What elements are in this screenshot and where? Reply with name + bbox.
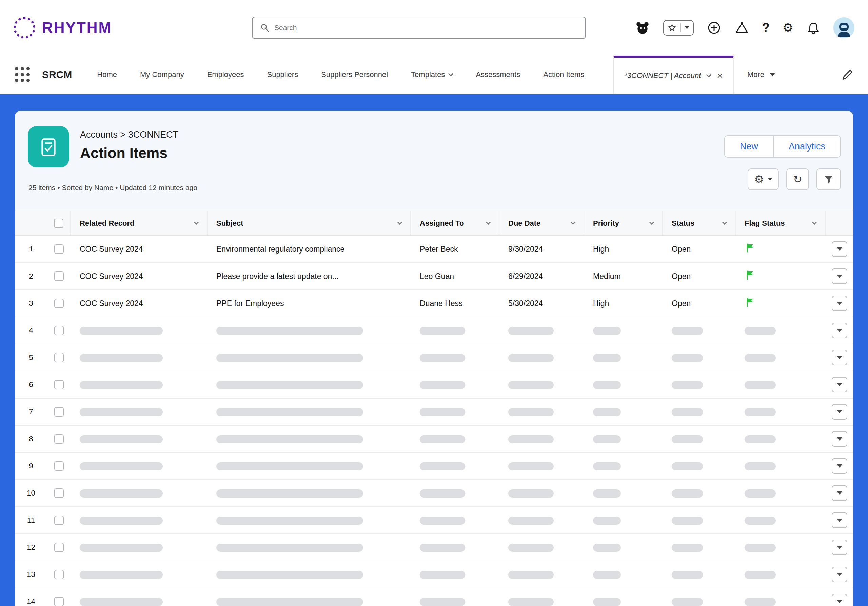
column-header-due-date[interactable]: Due Date: [499, 212, 584, 235]
cell-related-record[interactable]: [71, 543, 208, 552]
cell-subject[interactable]: PPE for Employees: [208, 299, 411, 308]
assistant-mascot-icon[interactable]: [635, 20, 650, 36]
cell-related-record[interactable]: [71, 326, 208, 335]
row-checkbox[interactable]: [54, 570, 64, 579]
tab-my-company[interactable]: My Company: [129, 56, 195, 94]
row-checkbox[interactable]: [54, 353, 64, 362]
cell-subject[interactable]: [208, 380, 411, 390]
cell-assigned-to[interactable]: [411, 462, 499, 471]
notifications-bell-icon[interactable]: [806, 21, 820, 35]
cell-assigned-to[interactable]: [411, 353, 499, 362]
list-settings-button[interactable]: ⚙: [748, 169, 779, 190]
cell-subject[interactable]: [208, 516, 411, 525]
row-action-button[interactable]: [832, 485, 847, 501]
tab-templates[interactable]: Templates: [400, 56, 464, 94]
cell-related-record[interactable]: [71, 353, 208, 362]
row-checkbox[interactable]: [54, 380, 64, 390]
cell-subject[interactable]: [208, 353, 411, 362]
cell-subject[interactable]: [208, 462, 411, 471]
cell-related-record[interactable]: [71, 516, 208, 525]
row-action-button[interactable]: [832, 295, 847, 311]
row-checkbox[interactable]: [54, 407, 64, 417]
cell-assigned-to[interactable]: [411, 597, 499, 606]
close-icon[interactable]: ×: [717, 71, 723, 81]
cell-subject[interactable]: [208, 597, 411, 606]
tab-employees[interactable]: Employees: [195, 56, 256, 94]
cell-related-record[interactable]: COC Survey 2024: [71, 299, 208, 308]
row-checkbox[interactable]: [54, 434, 64, 444]
tab-suppliers[interactable]: Suppliers: [255, 56, 310, 94]
row-checkbox[interactable]: [54, 461, 64, 471]
row-action-button[interactable]: [832, 404, 847, 420]
row-action-button[interactable]: [832, 268, 847, 284]
row-checkbox[interactable]: [54, 543, 64, 552]
tab-home[interactable]: Home: [85, 56, 129, 94]
row-action-button[interactable]: [832, 350, 847, 365]
cell-subject[interactable]: [208, 407, 411, 417]
cell-related-record[interactable]: [71, 462, 208, 471]
select-all-checkbox[interactable]: [54, 219, 64, 228]
cell-subject[interactable]: [208, 543, 411, 552]
cell-related-record[interactable]: [71, 570, 208, 579]
cell-subject[interactable]: [208, 489, 411, 498]
column-header-subject[interactable]: Subject: [208, 212, 411, 235]
analytics-button[interactable]: Analytics: [773, 136, 840, 157]
refresh-button[interactable]: ↻: [786, 169, 809, 190]
column-header-priority[interactable]: Priority: [584, 212, 663, 235]
cell-related-record[interactable]: [71, 489, 208, 498]
cell-related-record[interactable]: [71, 407, 208, 417]
row-checkbox[interactable]: [54, 326, 64, 335]
cell-assigned-to[interactable]: [411, 516, 499, 525]
add-icon[interactable]: [707, 20, 722, 35]
global-search[interactable]: [252, 17, 586, 39]
column-header-status[interactable]: Status: [663, 212, 736, 235]
row-checkbox[interactable]: [54, 244, 64, 254]
row-action-button[interactable]: [832, 540, 847, 555]
guidance-center-icon[interactable]: [735, 20, 749, 35]
cell-assigned-to[interactable]: [411, 407, 499, 417]
cell-subject[interactable]: [208, 570, 411, 579]
help-icon[interactable]: ?: [762, 22, 770, 34]
breadcrumb[interactable]: Accounts > 3CONNECT: [80, 130, 178, 140]
cell-assigned-to[interactable]: [411, 380, 499, 390]
row-action-button[interactable]: [832, 458, 847, 474]
cell-assigned-to[interactable]: [411, 570, 499, 579]
cell-subject[interactable]: Please provide a latest update on...: [208, 272, 411, 281]
cell-assigned-to[interactable]: Leo Guan: [411, 272, 499, 281]
cell-assigned-to[interactable]: [411, 489, 499, 498]
column-header-assigned-to[interactable]: Assigned To: [411, 212, 499, 235]
cell-assigned-to[interactable]: [411, 326, 499, 335]
row-action-button[interactable]: [832, 594, 847, 606]
tab-3connect-account[interactable]: *3CONNECT | Account ×: [613, 56, 734, 94]
cell-assigned-to[interactable]: [411, 434, 499, 444]
row-action-button[interactable]: [832, 431, 847, 447]
cell-subject[interactable]: Environmental regulatory compliance: [208, 245, 411, 254]
row-action-button[interactable]: [832, 567, 847, 582]
edit-nav-button[interactable]: [841, 56, 854, 94]
filter-button[interactable]: [817, 169, 841, 190]
cell-assigned-to[interactable]: Peter Beck: [411, 245, 499, 254]
tab-suppliers-personnel[interactable]: Suppliers Personnel: [310, 56, 400, 94]
cell-assigned-to[interactable]: Duane Hess: [411, 299, 499, 308]
tab-assessments[interactable]: Assessments: [464, 56, 532, 94]
cell-related-record[interactable]: [71, 380, 208, 390]
app-launcher[interactable]: [15, 56, 30, 94]
setup-gear-icon[interactable]: ⚙: [783, 22, 794, 34]
row-checkbox[interactable]: [54, 489, 64, 498]
new-button[interactable]: New: [725, 136, 773, 157]
cell-assigned-to[interactable]: [411, 543, 499, 552]
row-checkbox[interactable]: [54, 515, 64, 525]
tab-action-items[interactable]: Action Items: [532, 56, 596, 94]
cell-related-record[interactable]: COC Survey 2024: [71, 245, 208, 254]
favorites-button[interactable]: [663, 20, 694, 36]
cell-related-record[interactable]: COC Survey 2024: [71, 272, 208, 281]
search-input[interactable]: [274, 24, 578, 32]
column-header-related-record[interactable]: Related Record: [71, 212, 208, 235]
row-action-button[interactable]: [832, 512, 847, 528]
cell-related-record[interactable]: [71, 434, 208, 444]
row-action-button[interactable]: [832, 241, 847, 257]
column-header-flag-status[interactable]: Flag Status: [736, 212, 826, 235]
row-action-button[interactable]: [832, 377, 847, 393]
user-avatar[interactable]: [834, 17, 854, 38]
cell-related-record[interactable]: [71, 597, 208, 606]
